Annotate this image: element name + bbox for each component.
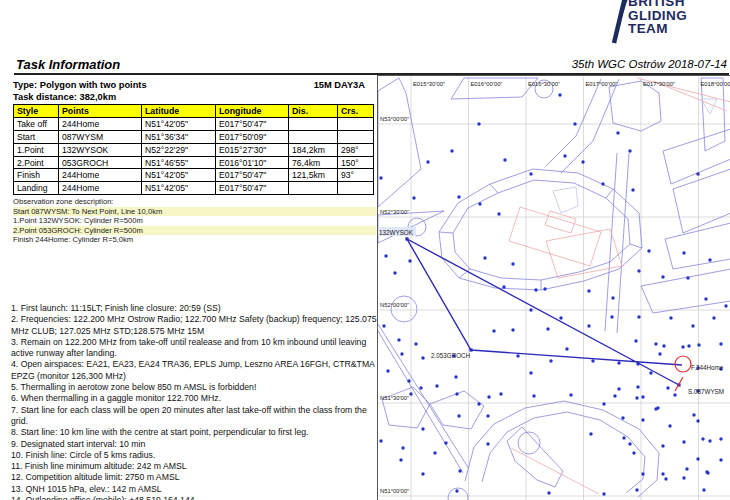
note-item: 11. Finish line minimum altitude: 242 m … <box>11 461 380 472</box>
waypoint-dot <box>503 158 506 161</box>
airspace-boundary <box>605 153 617 331</box>
table-cell: 2.Point <box>14 156 59 169</box>
airspace-boundary <box>382 387 430 428</box>
waypoint-dot <box>587 324 590 327</box>
table-cell: N51°42'05" <box>142 169 216 182</box>
table-cell: 053GROCH <box>59 156 142 169</box>
waypoint-dot <box>637 315 640 318</box>
waypoint-dot <box>649 371 652 374</box>
waypoint-dot <box>433 451 436 454</box>
airspace-boundary <box>673 169 730 233</box>
table-cell: E015°27'30" <box>216 143 289 156</box>
waypoint-dot <box>450 149 453 152</box>
waypoint-dot <box>589 432 592 435</box>
table-cell: 1.Point <box>14 143 59 156</box>
table-cell: N51°42'05" <box>142 182 216 195</box>
waypoint-dot <box>635 488 638 491</box>
note-item: 2. Frequencies: 122.200 MHz Ostrow Radio… <box>11 314 380 337</box>
table-cell: 244Home <box>59 182 142 195</box>
event-title: 35th WGC Ostrów 2018-07-14 <box>572 58 727 70</box>
table-cell: 244Home <box>59 117 142 130</box>
waypoint-dot <box>393 271 396 274</box>
note-item: 12. Competition altitude limit: 2750 m A… <box>11 472 380 483</box>
longitude-label: E017°30'00" <box>643 81 675 87</box>
table-cell <box>338 182 374 195</box>
table-cell: 244Home <box>59 169 142 182</box>
table-cell: 132WYSOK <box>59 143 142 156</box>
waypoint-dot <box>634 339 637 342</box>
waypoint-dot <box>454 375 457 378</box>
waypoint-dot <box>549 359 552 362</box>
airspace-boundary <box>430 391 484 429</box>
waypoint-dot <box>691 324 694 327</box>
latitude-label: N52°00'00" <box>380 302 409 308</box>
table-cell: N51°36'34" <box>142 130 216 143</box>
airspace-boundary <box>546 79 601 166</box>
waypoint-dot <box>704 297 707 300</box>
waypoint-dot <box>397 338 400 341</box>
airspace-boundary <box>465 401 659 497</box>
column-header: Crs. <box>338 105 374 118</box>
waypoint-dot <box>529 172 532 175</box>
waypoint-dot <box>563 154 566 157</box>
waypoint-dot <box>457 414 460 417</box>
waypoint-dot <box>534 288 537 291</box>
waypoint-dot <box>685 467 688 470</box>
bgt-logo: BRITISH GLIDING TEAM <box>628 0 730 36</box>
table-row: Finish244HomeN51°42'05"E017°50'47"121,5k… <box>14 169 374 182</box>
waypoint-dot <box>529 308 532 311</box>
waypoint-dot <box>492 329 495 332</box>
table-cell: 93° <box>338 169 374 182</box>
task-point-marker <box>405 237 408 240</box>
waypoint-dot <box>409 392 412 395</box>
table-cell: 76,4km <box>289 156 338 169</box>
table-cell: 184,2km <box>289 143 338 156</box>
class-day: 15M DAY3A <box>314 80 365 90</box>
note-item: 9. Designated start interval: 10 min <box>11 439 380 450</box>
observation-row: Start 087WYSM: To Next Point, Line 10,0k… <box>13 207 376 216</box>
waypoint-dot <box>719 437 722 440</box>
waypoint-dot <box>399 458 402 461</box>
waypoint-dot <box>635 396 638 399</box>
longitude-label: E017°00'00" <box>586 81 618 87</box>
table-cell: 298° <box>338 143 374 156</box>
waypoint-dot <box>621 416 624 419</box>
waypoint-dot <box>686 276 689 279</box>
waypoint-dot <box>587 289 590 292</box>
waypoint-dot <box>666 386 669 389</box>
column-header: Longitude <box>216 105 289 118</box>
task-type-line: Type: Polygon with two points 15M DAY3A <box>13 80 365 90</box>
waypoint-dot <box>483 256 486 259</box>
waypoint-dot <box>412 196 415 199</box>
note-item: 1. First launch: 11:15LT; Finish line cl… <box>11 303 380 314</box>
waypoint-dot <box>696 457 699 460</box>
airspace-boundary <box>482 412 645 493</box>
table-cell <box>338 130 374 143</box>
task-distance: Task distance: 382,0km <box>13 92 116 102</box>
note-item: 8. Start line: 10 km line with the centr… <box>11 427 380 438</box>
airspace-boundary <box>609 81 661 131</box>
waypoint-dot <box>647 249 650 252</box>
waypoint-dot <box>617 361 620 364</box>
logo-line-3: TEAM <box>628 22 730 36</box>
waypoint-dot <box>601 182 604 185</box>
table-cell: Finish <box>14 169 59 182</box>
latitude-label: N51°30'00" <box>380 395 409 401</box>
waypoint-dot <box>708 258 711 261</box>
table-cell: E017°50'47" <box>216 182 289 195</box>
map-canvas: E015°30'00"E016°00'00"E016°30'00"E017°00… <box>378 76 730 500</box>
airspace-boundary <box>561 79 619 173</box>
waypoint-dot <box>706 471 709 474</box>
waypoint-dot <box>458 469 461 472</box>
waypoint-dot <box>407 379 410 382</box>
table-cell <box>289 117 338 130</box>
waypoint-dot <box>581 160 584 163</box>
waypoint-dot <box>379 439 382 442</box>
note-item: 7. Start line for each class will be ope… <box>11 405 380 428</box>
waypoint-dot <box>408 259 411 262</box>
waypoint-dot <box>668 424 671 427</box>
waypoint-dot <box>516 354 519 357</box>
airspace-boundary <box>701 78 725 151</box>
task-map: E015°30'00"E016°00'00"E016°30'00"E017°00… <box>377 75 730 500</box>
table-row: 1.Point132WYSOKN52°22'29"E015°27'30"184,… <box>14 143 374 156</box>
